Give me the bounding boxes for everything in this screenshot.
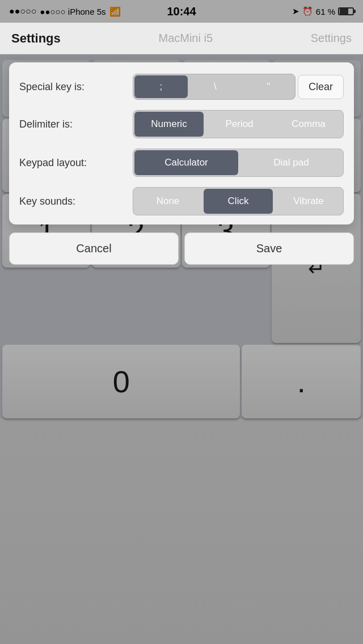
battery-pct: 61 %	[316, 7, 335, 16]
delimiter-period[interactable]: Period	[205, 111, 274, 138]
status-right: ➤ ⏰ 61 %	[292, 6, 354, 16]
special-key-label: Special key is:	[19, 81, 133, 93]
nav-center: MacMini i5	[158, 32, 213, 45]
special-key-quote[interactable]: "	[242, 74, 295, 99]
special-key-segmented: ; \ "	[133, 74, 296, 100]
key-sounds-segmented: None Click Vibrate	[133, 187, 344, 215]
signal-dots: ●●○○○	[9, 6, 36, 16]
status-left: ●●○○○ ●●○○○ iPhone 5s 📶	[9, 6, 121, 17]
layout-calculator[interactable]: Calculator	[134, 150, 238, 175]
dialog-buttons: Cancel Save	[0, 224, 363, 265]
settings-modal: Settings MacMini i5 Settings Special key…	[0, 23, 363, 265]
keypad-layout-segmented: Calculator Dial pad	[133, 149, 344, 177]
key-dot[interactable]: .	[242, 345, 361, 418]
wifi-icon: 📶	[109, 6, 121, 17]
keypad-layout-row: Keypad layout: Calculator Dial pad	[19, 149, 344, 177]
time-display: 10:44	[167, 5, 196, 18]
delimiter-numeric[interactable]: Numeric	[134, 112, 204, 137]
key-0[interactable]: 0	[2, 345, 240, 418]
delimiter-label: Delimiter is:	[19, 118, 133, 130]
special-key-semicolon[interactable]: ;	[134, 75, 188, 98]
layout-dialpad[interactable]: Dial pad	[239, 149, 343, 176]
delimiter-comma[interactable]: Comma	[274, 111, 343, 138]
page-title: Settings	[11, 31, 61, 46]
cancel-button[interactable]: Cancel	[9, 232, 179, 265]
delimiter-segmented: Numeric Period Comma	[133, 110, 344, 138]
battery-icon	[338, 7, 354, 15]
nav-right: Settings	[311, 32, 352, 45]
status-bar: ●●○○○ ●●○○○ iPhone 5s 📶 10:44 ➤ ⏰ 61 %	[0, 0, 363, 23]
key-sounds-label: Key sounds:	[19, 196, 133, 207]
alarm-icon: ⏰	[302, 6, 313, 16]
sound-vibrate[interactable]: Vibrate	[274, 188, 343, 215]
special-key-controls: ; \ " Clear	[133, 74, 344, 100]
keypad-layout-label: Keypad layout:	[19, 157, 133, 169]
settings-card: Special key is: ; \ " Clear Delimiter is…	[9, 62, 354, 224]
special-key-row: Special key is: ; \ " Clear	[19, 74, 344, 100]
special-key-backslash[interactable]: \	[189, 74, 242, 99]
location-icon: ➤	[292, 6, 299, 16]
sound-none[interactable]: None	[133, 188, 202, 215]
delimiter-row: Delimiter is: Numeric Period Comma	[19, 110, 344, 138]
clear-button[interactable]: Clear	[298, 75, 344, 99]
key-sounds-row: Key sounds: None Click Vibrate	[19, 187, 344, 215]
nav-bar: Settings MacMini i5 Settings	[0, 23, 363, 54]
save-button[interactable]: Save	[184, 232, 354, 265]
carrier-label: ●●○○○ iPhone 5s	[40, 7, 105, 16]
sound-click[interactable]: Click	[204, 189, 273, 214]
